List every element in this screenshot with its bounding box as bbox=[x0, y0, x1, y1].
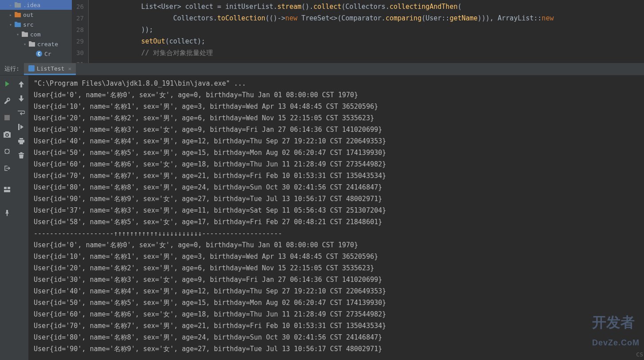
tree-item-com[interactable]: ▾com bbox=[0, 29, 72, 39]
console-line: User{id='30', name='名称3', sex='女', age=9… bbox=[34, 274, 639, 285]
tree-item-.idea[interactable]: ▸.idea bbox=[0, 0, 72, 10]
line-number[interactable]: 27 bbox=[76, 12, 84, 24]
console-line: User{id='0', name='名称0', sex='女', age=0,… bbox=[34, 89, 639, 101]
run-config-icon bbox=[28, 65, 35, 71]
tree-arrow-icon[interactable]: ▸ bbox=[7, 3, 14, 8]
class-icon: C bbox=[35, 50, 43, 57]
tree-label: .idea bbox=[23, 2, 40, 8]
print-icon[interactable] bbox=[17, 137, 26, 146]
run-tab-name: ListTest bbox=[37, 65, 65, 72]
project-tree[interactable]: ▸.idea▸out▾src▾com▾createCCr bbox=[0, 0, 72, 63]
console-line: User{id='0', name='名称0', sex='女', age=0,… bbox=[34, 239, 639, 251]
code-editor[interactable]: 262728293031 List<User> collect = initUs… bbox=[72, 0, 644, 63]
console-output[interactable]: "C:\Program Files\Java\jdk1.8.0_191\bin\… bbox=[28, 75, 644, 360]
tree-arrow-icon[interactable]: ▾ bbox=[7, 22, 14, 27]
svg-text:C: C bbox=[38, 51, 40, 56]
line-number[interactable]: 28 bbox=[76, 24, 84, 36]
console-line: User{id='80', name='名称8', sex='男', age=2… bbox=[34, 332, 639, 343]
down-arrow-icon[interactable] bbox=[17, 94, 26, 103]
tree-label: out bbox=[23, 12, 33, 18]
layout-icon[interactable] bbox=[3, 186, 11, 194]
tree-label: com bbox=[30, 31, 40, 38]
line-number[interactable]: 30 bbox=[76, 47, 84, 59]
run-label: 运行: bbox=[0, 63, 24, 75]
code-line[interactable]: )); bbox=[93, 24, 640, 36]
folder-src-icon bbox=[14, 21, 21, 28]
console-line: User{id='60', name='名称6', sex='女', age=1… bbox=[34, 158, 639, 170]
tree-item-create[interactable]: ▾create bbox=[0, 39, 72, 49]
svg-rect-5 bbox=[8, 187, 10, 189]
trash-icon[interactable] bbox=[17, 151, 26, 160]
tree-item-Cr[interactable]: CCr bbox=[0, 49, 72, 59]
tree-arrow-icon[interactable]: ▾ bbox=[14, 32, 21, 37]
code-line[interactable]: List<User> collect = initUserList.stream… bbox=[93, 1, 640, 12]
console-line: "C:\Program Files\Java\jdk1.8.0_191\bin\… bbox=[34, 78, 639, 89]
console-line: User{id='20', name='名称2', sex='男', age=6… bbox=[34, 262, 639, 274]
console-line: User{id='10', name='名称1', sex='男', age=3… bbox=[34, 101, 639, 112]
editor-gutter: 262728293031 bbox=[72, 0, 89, 63]
camera-icon[interactable] bbox=[3, 131, 11, 138]
tree-item-src[interactable]: ▾src bbox=[0, 20, 72, 29]
stop-icon[interactable] bbox=[3, 114, 11, 122]
code-line[interactable]: // 对集合对象批量处理 bbox=[93, 47, 640, 59]
svg-rect-4 bbox=[4, 187, 7, 189]
run-tab-bar: 运行: ListTest × bbox=[0, 63, 644, 75]
watermark-small: CS bbox=[636, 351, 643, 358]
soft-wrap-icon[interactable] bbox=[17, 108, 26, 117]
console-line: User{id='80', name='名称8', sex='男', age=2… bbox=[34, 182, 639, 193]
tree-item-out[interactable]: ▸out bbox=[0, 10, 72, 20]
pin-icon[interactable] bbox=[3, 209, 11, 217]
up-arrow-icon[interactable] bbox=[17, 80, 26, 89]
console-line: User{id='58', name='名称5', sex='女', age=1… bbox=[34, 216, 639, 228]
console-line: User{id='40', name='名称4', sex='男', age=1… bbox=[34, 135, 639, 147]
console-line: User{id='90', name='名称9', sex='女', age=2… bbox=[34, 193, 639, 205]
console-line: User{id='50', name='名称5', sex='男', age=1… bbox=[34, 297, 639, 309]
tree-arrow-icon[interactable]: ▾ bbox=[21, 42, 28, 47]
code-line[interactable]: Collectors.toCollection(()->new TreeSet<… bbox=[93, 12, 640, 24]
console-line: User{id='60', name='名称6', sex='女', age=1… bbox=[34, 309, 639, 320]
editor-content[interactable]: List<User> collect = initUserList.stream… bbox=[89, 0, 644, 63]
close-tab-icon[interactable]: × bbox=[68, 65, 71, 72]
svg-rect-6 bbox=[4, 190, 10, 192]
exit-icon[interactable] bbox=[3, 164, 11, 172]
console-line: User{id='70', name='名称7', sex='男', age=2… bbox=[34, 320, 639, 332]
run-toolbar-secondary bbox=[14, 75, 28, 360]
folder-com-icon bbox=[21, 31, 28, 38]
run-toolbar-primary bbox=[0, 75, 14, 360]
line-number[interactable]: 26 bbox=[76, 1, 84, 12]
tree-label: Cr bbox=[44, 51, 51, 57]
run-button[interactable] bbox=[3, 80, 11, 88]
console-line: User{id='50', name='名称5', sex='男', age=1… bbox=[34, 147, 639, 158]
console-line: User{id='30', name='名称3', sex='女', age=9… bbox=[34, 124, 639, 135]
folder-out-icon bbox=[14, 11, 21, 18]
console-line: User{id='90', name='名称9', sex='女', age=2… bbox=[34, 343, 639, 355]
svg-rect-2 bbox=[4, 115, 10, 120]
console-line: --------------------↑↑↑↑↑↑↑↑↑↑↑↓↓↓↓↓↓↓↓↓… bbox=[34, 228, 639, 239]
line-number[interactable]: 29 bbox=[76, 36, 84, 47]
tree-label: src bbox=[23, 21, 33, 28]
wrench-icon[interactable] bbox=[3, 97, 11, 105]
folder-idea-icon bbox=[14, 1, 21, 8]
folder-create-icon bbox=[28, 40, 35, 47]
run-tab[interactable]: ListTest × bbox=[24, 63, 76, 75]
tree-label: create bbox=[37, 41, 58, 47]
tree-arrow-icon[interactable]: ▸ bbox=[7, 12, 14, 17]
watermark: 开发者 DevZe.CoM bbox=[592, 313, 640, 349]
console-line: User{id='10', name='名称1', sex='男', age=3… bbox=[34, 251, 639, 262]
console-line: User{id='40', name='名称4', sex='男', age=1… bbox=[34, 285, 639, 297]
console-line: User{id='20', name='名称2', sex='男', age=6… bbox=[34, 112, 639, 124]
debug-icon[interactable] bbox=[3, 147, 11, 155]
scroll-to-end-icon[interactable] bbox=[17, 123, 26, 131]
code-line[interactable]: setOut(collect); bbox=[93, 36, 640, 47]
console-line: User{id='70', name='名称7', sex='男', age=2… bbox=[34, 170, 639, 182]
console-line: User{id='37', name='名称3', sex='男', age=1… bbox=[34, 205, 639, 216]
